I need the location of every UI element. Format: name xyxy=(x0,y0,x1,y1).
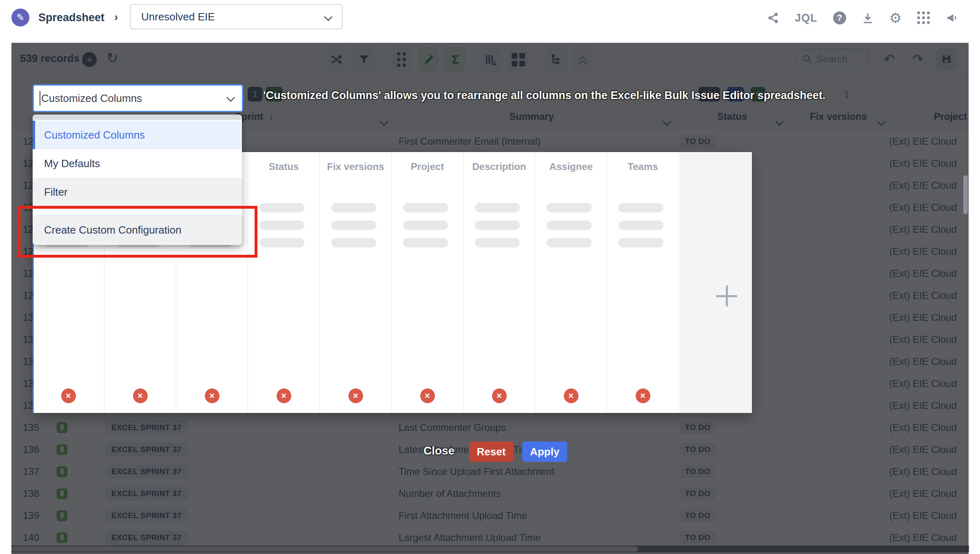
modal-column[interactable]: Project× xyxy=(392,152,463,413)
close-button[interactable]: Close xyxy=(423,444,455,457)
skeleton-bar xyxy=(403,203,448,212)
remove-column-button[interactable]: × xyxy=(348,388,363,403)
dropdown-option-customized-columns[interactable]: Customized Columns xyxy=(33,121,242,149)
skeleton-bar xyxy=(259,203,304,212)
remove-column-button[interactable]: × xyxy=(205,388,220,403)
remove-column-button[interactable]: × xyxy=(636,388,650,403)
chevron-down-icon xyxy=(324,13,333,21)
dropdown-option-my-defaults[interactable]: My Defaults xyxy=(33,149,242,178)
modal-column-header: Project xyxy=(392,161,463,172)
remove-column-button[interactable]: × xyxy=(420,388,435,403)
dropdown-option-filter[interactable]: Filter xyxy=(33,178,242,206)
skeleton-bar xyxy=(475,203,520,212)
skeleton-bar xyxy=(331,221,376,230)
config-select-value: Customized Columns xyxy=(41,92,142,105)
skeleton-bar xyxy=(331,203,376,212)
skeleton-bar xyxy=(619,221,663,230)
skeleton-bar xyxy=(475,221,520,230)
skeleton-bar xyxy=(403,221,448,230)
skeleton-bar xyxy=(331,238,376,247)
gear-icon[interactable]: ⚙ xyxy=(889,10,902,26)
app-logo-icon[interactable]: ✎ xyxy=(11,9,29,26)
download-icon[interactable] xyxy=(862,12,874,24)
modal-column-header: Fix versions xyxy=(320,161,391,172)
add-column-area[interactable] xyxy=(680,152,752,413)
skeleton-bar xyxy=(259,238,304,247)
apply-button[interactable]: Apply xyxy=(522,441,567,462)
modal-column[interactable]: Fix versions× xyxy=(320,152,392,413)
chevron-down-icon xyxy=(226,93,235,102)
remove-column-button[interactable]: × xyxy=(277,388,291,403)
config-select-input[interactable]: Customized Columns xyxy=(33,84,243,112)
help-icon[interactable]: ? xyxy=(833,11,846,24)
vertical-scrollbar-thumb[interactable] xyxy=(963,175,968,214)
jql-button[interactable]: JQL xyxy=(795,12,818,24)
skeleton-bar xyxy=(547,238,592,247)
modal-column[interactable]: Teams× xyxy=(607,152,679,413)
header-actions: JQL ? ⚙ xyxy=(767,0,959,36)
skeleton-bar xyxy=(475,238,520,247)
dropdown-top-strip xyxy=(33,115,242,120)
skeleton-bar xyxy=(259,221,304,230)
share-icon[interactable] xyxy=(767,12,779,24)
skeleton-bar xyxy=(547,221,592,230)
reset-button[interactable]: Reset xyxy=(469,441,513,462)
modal-column-header: Status xyxy=(248,161,319,172)
skeleton-bar xyxy=(619,203,663,212)
top-header: ✎ Spreadsheet › Unresolved EIE JQL ? ⚙ xyxy=(0,0,980,43)
apps-grid-icon[interactable] xyxy=(917,11,930,24)
modal-column-header: Teams xyxy=(607,161,678,172)
annotation-highlight-box xyxy=(18,206,257,258)
remove-column-button[interactable]: × xyxy=(61,388,76,403)
skeleton-bar xyxy=(403,238,448,247)
text-caret xyxy=(40,91,40,106)
remove-column-button[interactable]: × xyxy=(564,388,579,403)
remove-column-button[interactable]: × xyxy=(492,388,507,403)
view-selector[interactable]: Unresolved EIE xyxy=(130,4,343,29)
modal-column[interactable]: Description× xyxy=(463,152,535,413)
screen: ✎ Spreadsheet › Unresolved EIE JQL ? ⚙ xyxy=(0,0,980,554)
add-column-plus-icon[interactable] xyxy=(716,285,737,307)
view-selector-value: Unresolved EIE xyxy=(141,11,215,23)
page-title: Spreadsheet xyxy=(38,11,104,24)
modal-column[interactable]: Assignee× xyxy=(535,152,607,413)
tooltip-text: 'Customized Columns' allows you to rearr… xyxy=(263,89,825,102)
breadcrumb-chevron-icon: › xyxy=(114,11,118,24)
announcement-icon[interactable] xyxy=(946,11,959,24)
skeleton-bar xyxy=(619,238,663,247)
modal-column-header: Description xyxy=(463,161,535,172)
skeleton-bar xyxy=(547,203,592,212)
modal-column-header: Assignee xyxy=(535,161,607,172)
modal-column[interactable]: Status× xyxy=(248,152,320,413)
remove-column-button[interactable]: × xyxy=(133,388,148,403)
